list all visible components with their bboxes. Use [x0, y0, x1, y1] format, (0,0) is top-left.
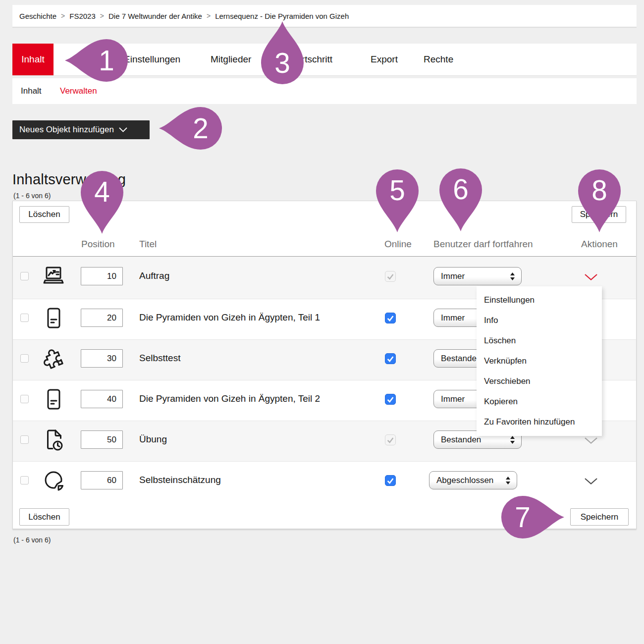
breadcrumb: Geschichte > FS2023 > Die 7 Weltwunder d… [12, 5, 637, 27]
online-checkbox[interactable] [385, 434, 396, 445]
result-count-top: (1 - 6 von 6) [13, 192, 51, 200]
menu-item-verknuepfen[interactable]: Verknüpfen [477, 351, 602, 371]
online-checkbox[interactable] [385, 475, 396, 486]
column-header-proceed: Benutzer darf fortfahren [433, 239, 533, 250]
check-icon [386, 395, 395, 404]
position-input[interactable] [81, 471, 123, 489]
proceed-select[interactable]: Immer [433, 267, 522, 285]
add-object-button[interactable]: Neues Objekt hinzufügen [12, 120, 150, 139]
column-header-online: Online [384, 239, 412, 250]
document-icon [42, 387, 65, 411]
row-select-checkbox[interactable] [20, 435, 29, 444]
breadcrumb-separator: > [100, 12, 104, 20]
subtab-inhalt[interactable]: Inhalt [21, 78, 42, 104]
position-input[interactable] [81, 430, 123, 449]
row-title[interactable]: Selbsttest [139, 353, 180, 364]
breadcrumb-item[interactable]: Lernsequenz - Die Pyramiden von Gizeh [215, 12, 349, 20]
page-title: Inhaltsverwaltung [12, 171, 126, 188]
delete-label: Löschen [28, 210, 60, 219]
delete-button-bottom[interactable]: Löschen [19, 508, 69, 526]
annotation-marker-2: 2 [159, 104, 224, 155]
actions-chevron-icon[interactable] [584, 273, 598, 281]
save-button-top[interactable]: Speichern [572, 206, 626, 223]
row-select-checkbox[interactable] [20, 354, 29, 363]
actions-chevron-icon[interactable] [584, 436, 598, 444]
menu-item-zu-favoriten[interactable]: Zu Favoriten hinzufügen [477, 412, 602, 432]
row-title[interactable]: Auftrag [139, 270, 169, 281]
check-icon [386, 314, 395, 322]
laptop-chart-icon [42, 265, 65, 288]
table-row: Selbsteinschätzung Abgeschlossen [13, 462, 636, 502]
online-checkbox[interactable] [385, 271, 396, 282]
page-clock-icon [42, 428, 65, 452]
position-input[interactable] [81, 349, 123, 368]
row-select-checkbox[interactable] [20, 476, 29, 484]
result-count-bottom: (1 - 6 von 6) [13, 536, 51, 544]
row-select-checkbox[interactable] [20, 272, 29, 280]
online-checkbox[interactable] [385, 353, 396, 364]
row-title[interactable]: Übung [139, 434, 167, 445]
chevron-down-icon [119, 127, 127, 132]
menu-item-info[interactable]: Info [477, 310, 602, 330]
add-object-label: Neues Objekt hinzufügen [19, 125, 114, 135]
online-checkbox[interactable] [385, 313, 396, 323]
tab-rechte[interactable]: Rechte [424, 44, 453, 75]
proceed-value: Bestanden [441, 435, 510, 445]
actions-chevron-icon[interactable] [584, 477, 598, 485]
tab-label: Export [371, 54, 398, 65]
position-input[interactable] [81, 267, 123, 285]
breadcrumb-item[interactable]: Geschichte [19, 12, 56, 20]
menu-item-kopieren[interactable]: Kopieren [477, 391, 602, 412]
puzzle-icon [42, 347, 65, 371]
menu-item-einstellungen[interactable]: Einstellungen [477, 290, 602, 310]
select-arrows-icon [510, 272, 515, 281]
select-arrows-icon [510, 435, 515, 444]
breadcrumb-item[interactable]: Die 7 Weltwunder der Antike [108, 12, 202, 20]
check-icon [386, 354, 395, 363]
tab-einstellungen[interactable]: Einstellungen [124, 44, 180, 75]
save-button-bottom[interactable]: Speichern [570, 508, 629, 526]
subtab-label: Verwalten [60, 86, 97, 96]
subtab-verwalten[interactable]: Verwalten [60, 78, 97, 104]
column-header-position: Position [81, 239, 115, 250]
delete-label: Löschen [28, 512, 60, 522]
save-label: Speichern [581, 512, 619, 522]
tab-mitglieder[interactable]: Mitglieder [211, 44, 251, 75]
column-header-titel: Titel [139, 239, 157, 250]
check-icon [386, 476, 395, 485]
row-title[interactable]: Die Pyramiden von Gizeh in Ägypten, Teil… [139, 312, 320, 323]
tab-lernfortschritt[interactable]: Lernfortschritt [275, 44, 332, 75]
tab-label: Lernfortschritt [275, 54, 332, 65]
pie-segment-icon [42, 469, 65, 492]
breadcrumb-item[interactable]: FS2023 [69, 12, 96, 20]
row-select-checkbox[interactable] [20, 314, 29, 322]
tab-export[interactable]: Export [371, 44, 398, 75]
subtab-label: Inhalt [21, 86, 42, 96]
proceed-value: Abgeschlossen [436, 476, 505, 485]
menu-item-loeschen[interactable]: Löschen [477, 330, 602, 351]
position-input[interactable] [81, 309, 123, 327]
tab-label: Inhalt [21, 54, 44, 65]
proceed-select[interactable]: Abgeschlossen [429, 471, 517, 489]
select-arrows-icon [505, 476, 511, 485]
row-title[interactable]: Selbsteinschätzung [139, 475, 221, 485]
svg-text:2: 2 [193, 113, 209, 144]
tab-label: Einstellungen [124, 54, 180, 65]
row-title[interactable]: Die Pyramiden von Gizeh in Ägypten, Teil… [139, 393, 320, 404]
actions-dropdown-menu: Einstellungen Info Löschen Verknüpfen Ve… [477, 286, 602, 436]
tab-inhalt[interactable]: Inhalt [12, 44, 54, 75]
check-icon [386, 272, 395, 281]
tab-label: Mitglieder [211, 54, 251, 65]
save-label: Speichern [580, 210, 618, 219]
proceed-value: Immer [441, 271, 510, 281]
row-select-checkbox[interactable] [20, 395, 29, 403]
document-icon [42, 306, 65, 330]
subtab-bar: Inhalt Verwalten [12, 78, 637, 104]
online-checkbox[interactable] [385, 394, 396, 405]
position-input[interactable] [81, 390, 123, 408]
breadcrumb-separator: > [207, 12, 211, 20]
tab-label: Rechte [424, 54, 453, 65]
breadcrumb-separator: > [61, 12, 65, 20]
menu-item-verschieben[interactable]: Verschieben [477, 371, 602, 391]
delete-button-top[interactable]: Löschen [19, 206, 69, 223]
